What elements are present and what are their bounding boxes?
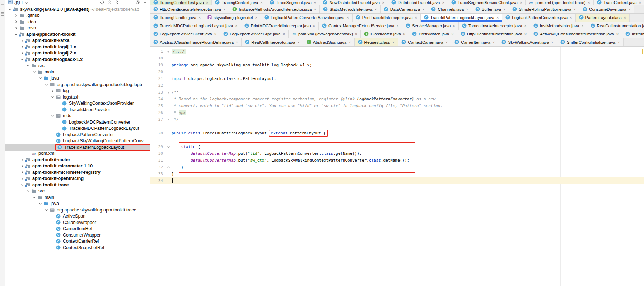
code-line[interactable]: 24 * Based on the logback-component conv… — [150, 96, 644, 103]
chevron-down-icon[interactable] — [50, 96, 55, 99]
close-icon[interactable]: × — [415, 15, 417, 20]
chevron-right-icon[interactable] — [19, 158, 25, 161]
fold-icon[interactable] — [165, 91, 172, 94]
code-line[interactable]: 34 — [150, 177, 644, 184]
close-icon[interactable]: × — [551, 40, 553, 44]
chevron-down-icon[interactable] — [50, 114, 55, 117]
tree-item[interactable]: CConsumerWrapper — [5, 232, 150, 238]
tree-item[interactable]: CActiveSpan — [5, 213, 150, 220]
chevron-right-icon[interactable] — [13, 27, 19, 30]
tree-item[interactable]: org.apache.skywalking.apm.toolkit.trace — [5, 207, 150, 213]
close-icon[interactable]: × — [260, 0, 262, 5]
tree-item[interactable]: src — [5, 188, 150, 195]
editor-tab[interactable]: CHttpClientExecuteInterceptor.java× — [150, 5, 229, 13]
editor-tab[interactable]: CTraceContext.java× — [594, 0, 644, 5]
tree-item[interactable]: apm-toolkit-log4j-1.x — [5, 44, 150, 50]
editor-tab[interactable]: CDistributedTraceId.java× — [388, 0, 448, 5]
editor-tab[interactable]: CRealCallInstrumentation.java× — [587, 22, 644, 30]
tree-item[interactable]: apm-toolkit-opentracing — [5, 176, 150, 182]
chevron-right-icon[interactable] — [50, 89, 55, 92]
tree-item[interactable]: apm-toolkit-kafka — [5, 38, 150, 44]
close-icon[interactable]: × — [570, 15, 572, 20]
close-icon[interactable]: × — [524, 32, 527, 36]
code-line[interactable]: 28public class TraceIdPatternLogbackLayo… — [150, 130, 644, 137]
editor-tab[interactable]: CRequest.class× — [355, 38, 398, 46]
fold-icon[interactable] — [165, 146, 172, 148]
close-icon[interactable]: × — [374, 7, 377, 11]
editor-tab[interactable]: CHttpClientInstrumentation.java× — [457, 30, 531, 38]
fold-icon[interactable] — [165, 166, 172, 169]
tree-item[interactable]: main — [5, 194, 150, 201]
chevron-down-icon[interactable] — [19, 183, 25, 186]
close-icon[interactable]: × — [624, 15, 626, 20]
tree-item[interactable]: apm-application-toolkit — [5, 31, 150, 38]
code-line[interactable]: 25 * convert, match to "tid" and "sw_ctx… — [150, 103, 644, 109]
tree-item[interactable]: apm-toolkit-log4j-2.x — [5, 50, 150, 57]
editor-tab[interactable]: CPrintMDCTraceIdInterceptor.java× — [241, 22, 319, 30]
editor-tab[interactable]: CTomcatInvokeInterceptor.java× — [459, 22, 530, 30]
code-line[interactable]: 1/.../ — [150, 48, 644, 55]
tree-item[interactable]: CLogbackPatternConverter — [5, 132, 150, 138]
chevron-down-icon[interactable] — [25, 0, 28, 5]
close-icon[interactable]: × — [616, 32, 619, 36]
tree-item[interactable]: log — [5, 88, 150, 94]
editor-tab[interactable]: CActiveMQConsumerInstrumentation.java× — [530, 30, 622, 38]
expand-all-icon[interactable] — [108, 0, 112, 5]
close-icon[interactable]: × — [297, 40, 299, 44]
editor-tab[interactable]: CTracingHandler.java× — [150, 14, 204, 22]
editor-tab[interactable]: CTracingContext.java× — [212, 0, 266, 5]
tree-item[interactable]: CContextSnapshotRef — [5, 244, 150, 251]
chevron-right-icon[interactable] — [13, 20, 19, 23]
chevron-down-icon[interactable] — [25, 64, 31, 67]
close-icon[interactable]: × — [392, 40, 395, 44]
tree-item[interactable]: java — [5, 75, 150, 82]
code-line[interactable]: 21import ch.qos.logback.classic.PatternL… — [150, 75, 644, 82]
editor-tab[interactable]: CDataCarrier.java× — [381, 5, 428, 13]
editor-tab[interactable]: CInstMethodsInter.java× — [530, 22, 587, 30]
chevron-down-icon[interactable] — [44, 83, 49, 86]
code-line[interactable]: 18 — [150, 55, 644, 62]
editor-tab[interactable]: CTraceSegment.java× — [266, 0, 320, 5]
chevron-down-icon[interactable] — [13, 33, 19, 36]
editor-tab[interactable]: skywalking-plugin.def× — [204, 14, 261, 22]
tree-item[interactable]: .mvn — [5, 25, 150, 32]
close-icon[interactable]: × — [639, 0, 641, 5]
code-line[interactable]: 27 */ — [150, 116, 644, 123]
editor-tab[interactable]: CStaticMethodsInter.java× — [320, 5, 381, 13]
close-icon[interactable]: × — [314, 0, 316, 5]
chevron-right-icon[interactable] — [19, 39, 25, 42]
editor-tab[interactable]: CTracingContextTest.java× — [150, 0, 212, 5]
editor-tab[interactable]: CConsumeDriver.java× — [579, 5, 634, 13]
chevron-down-icon[interactable] — [19, 58, 25, 61]
editor-tab[interactable]: CSkyWalkingAgent.java× — [498, 38, 557, 46]
editor-tab[interactable]: CServiceManager.java× — [402, 22, 459, 30]
code-line[interactable]: 32 } — [150, 164, 644, 171]
editor-tab[interactable]: CBuffer.java× — [472, 5, 509, 13]
editor-tab[interactable]: CLogReportServiceClient.java× — [150, 30, 220, 38]
editor-tab[interactable]: CAbstractClassEnhancePluginDefine.java× — [150, 38, 242, 46]
close-icon[interactable]: × — [588, 0, 590, 5]
close-icon[interactable]: × — [397, 24, 399, 28]
tree-item[interactable]: CLogbackSkyWalkingContextPatternConv — [5, 138, 150, 144]
code-line[interactable]: 26 * <p> — [150, 109, 644, 116]
editor-tab[interactable]: CNewDistributedTraceId.java× — [319, 0, 388, 5]
close-icon[interactable]: × — [496, 15, 499, 20]
close-icon[interactable]: × — [346, 15, 349, 20]
editor-tab[interactable]: mpom.xml (apm-toolkit-trace)× — [526, 0, 593, 5]
chevron-right-icon[interactable] — [19, 165, 25, 168]
editor-tab-active[interactable]: CTraceIdPatternLogbackLayout.java× — [421, 14, 502, 22]
tree-item[interactable]: logstash — [5, 94, 150, 100]
close-icon[interactable]: × — [451, 32, 453, 36]
hide-icon[interactable] — [143, 0, 147, 5]
close-icon[interactable]: × — [199, 15, 201, 20]
close-icon[interactable]: × — [313, 24, 315, 28]
close-icon[interactable]: × — [382, 0, 384, 5]
tree-item[interactable]: apm-toolkit-meter — [5, 157, 150, 163]
close-icon[interactable]: × — [214, 32, 216, 36]
tree-item[interactable]: apm-toolkit-micrometer-registry — [5, 169, 150, 176]
close-icon[interactable]: × — [445, 40, 448, 44]
tree-item[interactable]: CTraceIdMDCPatternLogbackLayout — [5, 125, 150, 132]
tree-item[interactable]: skywalking-java-9.1.0 [java-agent] ~/Ide… — [5, 6, 150, 13]
structure-tool-icon[interactable] — [1, 11, 4, 17]
close-icon[interactable]: × — [581, 24, 583, 28]
